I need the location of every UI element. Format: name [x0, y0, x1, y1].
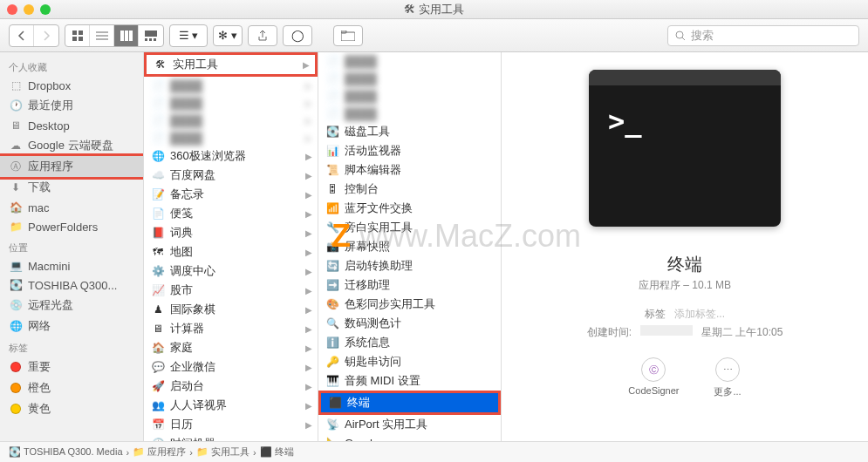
column-item[interactable]: ℹ️系统信息	[318, 333, 501, 352]
column-item-label: 启动台	[170, 378, 204, 394]
path-segment[interactable]: ⬛终端	[260, 445, 294, 459]
column-item[interactable]: 🔄启动转换助理	[318, 256, 501, 275]
app-icon: ⚙️	[151, 264, 165, 278]
back-button[interactable]	[10, 25, 34, 46]
close-button[interactable]	[7, 4, 17, 15]
column-item-label: AirPort 实用工具	[345, 417, 427, 432]
path-bar: 💽TOSHIBA Q300. Media›📁应用程序›📁实用工具›⬛终端	[0, 441, 868, 462]
sidebar-header: 位置	[0, 236, 143, 256]
sidebar-item[interactable]: 橙色	[0, 377, 143, 398]
sidebar-item[interactable]: Ⓐ应用程序	[0, 156, 143, 177]
dropbox-icon: ⬚	[9, 78, 23, 92]
column-item[interactable]: 💽磁盘工具	[318, 122, 501, 141]
window-title: 实用工具	[419, 2, 464, 17]
sidebar-item[interactable]: 🕐最近使用	[0, 95, 143, 116]
app-icon: 🔄	[325, 259, 339, 273]
column-item[interactable]: 🔑钥匙串访问	[318, 352, 501, 371]
zoom-button[interactable]	[40, 4, 51, 15]
quick-more[interactable]: ⋯更多...	[714, 357, 741, 398]
view-icon-button[interactable]	[65, 25, 90, 46]
group-button[interactable]: ☰ ▾	[170, 25, 207, 46]
column-item-label: 钥匙串访问	[345, 354, 401, 370]
app-icon: 🌐	[151, 149, 165, 163]
sidebar-header: 标签	[0, 336, 143, 357]
column-item[interactable]: 📅日历▶	[144, 415, 318, 434]
column-item[interactable]: 📶蓝牙文件交换	[318, 199, 501, 218]
add-tags[interactable]: 添加标签...	[674, 307, 725, 322]
path-segment[interactable]: 💽TOSHIBA Q300. Media	[9, 446, 123, 458]
sidebar-item[interactable]: 🏠mac	[0, 198, 143, 217]
column-item[interactable]: 🚀启动台▶	[144, 377, 318, 396]
sidebar-item-label: 黄色	[28, 401, 51, 417]
column-item[interactable]: 📡AirPort 实用工具	[318, 415, 501, 434]
column-item[interactable]: 📊活动监视器	[318, 141, 501, 160]
sidebar-item[interactable]: 🌐网络	[0, 316, 143, 336]
tag-icon	[9, 402, 23, 416]
column-item[interactable]: 🛠实用工具▶	[147, 55, 315, 74]
column-item[interactable]: 🏠家庭▶	[144, 338, 318, 357]
sidebar-item[interactable]: 📁PowerFolders	[0, 217, 143, 236]
sidebar-item[interactable]: ⬇下载	[0, 177, 143, 198]
app-icon: 💽	[325, 125, 339, 139]
column-item[interactable]: ♟国际象棋▶	[144, 300, 318, 319]
column-item[interactable]: 🔧旁白实用工具	[318, 218, 501, 237]
column-item[interactable]: 📄便笺▶	[144, 204, 318, 223]
column-item[interactable]: ➡️迁移助理	[318, 275, 501, 295]
column-item[interactable]: 🕐时间机器▶	[144, 434, 318, 441]
column-item[interactable]: 👥人人译视界▶	[144, 396, 318, 415]
column-item[interactable]: 📝备忘录▶	[144, 185, 318, 204]
sidebar-item[interactable]: 🖥Desktop	[0, 116, 143, 135]
minimize-button[interactable]	[24, 4, 34, 15]
column-item[interactable]: ☁️百度网盘▶	[144, 166, 318, 185]
column-item[interactable]: 📐Grapher	[318, 434, 501, 441]
column-item-label: 备忘录	[170, 187, 204, 202]
titlebar: 🛠实用工具	[0, 0, 868, 19]
column-item[interactable]: 🎛控制台	[318, 180, 501, 199]
search-field[interactable]: 搜索	[667, 25, 859, 46]
column-item[interactable]: 🌐360极速浏览器▶	[144, 146, 318, 166]
path-segment[interactable]: 📁实用工具	[196, 445, 249, 459]
quick-codesigner[interactable]: ⒸCodeSigner	[628, 357, 679, 398]
newfolder-button[interactable]	[333, 25, 363, 46]
column-item[interactable]: 📈股市▶	[144, 281, 318, 300]
sidebar-item[interactable]: 黄色	[0, 398, 143, 419]
svg-rect-0	[72, 31, 77, 35]
app-icon: ➡️	[325, 278, 339, 292]
column-item[interactable]: 🎨色彩同步实用工具	[318, 295, 501, 314]
column-item[interactable]: 🗺地图▶	[144, 242, 318, 262]
tags-button[interactable]: ◯	[283, 25, 312, 46]
sidebar-item-label: 远程光盘	[28, 297, 73, 313]
column-item[interactable]: 🖥计算器▶	[144, 319, 318, 338]
view-gallery-button[interactable]	[139, 25, 163, 46]
column-item-label: 百度网盘	[170, 167, 215, 183]
column-item[interactable]: 📸屏幕快照	[318, 237, 501, 256]
column-item-label: 启动转换助理	[345, 258, 413, 274]
sidebar-item[interactable]: 重要	[0, 357, 143, 377]
forward-button[interactable]	[34, 25, 58, 46]
column-item[interactable]: 💬企业微信▶	[144, 357, 318, 377]
title-icon: 🛠	[404, 3, 415, 16]
column-item[interactable]: ⬛终端	[321, 393, 498, 412]
column-2: 📄████📄████📄████📄████💽磁盘工具📊活动监视器📜脚本编辑器🎛控制…	[318, 52, 502, 441]
column-item[interactable]: 📜脚本编辑器	[318, 160, 501, 180]
column-item-label: Grapher	[345, 437, 386, 442]
action-button[interactable]: ✻ ▾	[213, 25, 243, 46]
path-segment[interactable]: 📁应用程序	[133, 445, 186, 459]
created-value: 星期二 上午10:05	[701, 325, 783, 340]
column-item[interactable]: 🎹音频 MIDI 设置	[318, 371, 501, 391]
sidebar-item[interactable]: ⬚Dropbox	[0, 76, 143, 95]
sidebar-item[interactable]: 💿远程光盘	[0, 295, 143, 316]
sidebar-item[interactable]: 💻Macmini	[0, 256, 143, 275]
column-item[interactable]: 📕词典▶	[144, 223, 318, 242]
column-item[interactable]: 🔍数码测色计	[318, 314, 501, 333]
share-button[interactable]	[248, 25, 277, 46]
sidebar-item-label: 橙色	[28, 380, 51, 396]
view-list-button[interactable]	[90, 25, 114, 46]
app-icon: 📐	[325, 436, 339, 441]
column-item-label: 活动监视器	[345, 143, 401, 159]
column-item[interactable]: ⚙️调度中心▶	[144, 262, 318, 281]
column-item-label: 调度中心	[170, 263, 215, 279]
app-icon: ℹ️	[325, 336, 339, 350]
sidebar-item[interactable]: 💽TOSHIBA Q300...	[0, 275, 143, 295]
view-column-button[interactable]	[114, 25, 139, 46]
